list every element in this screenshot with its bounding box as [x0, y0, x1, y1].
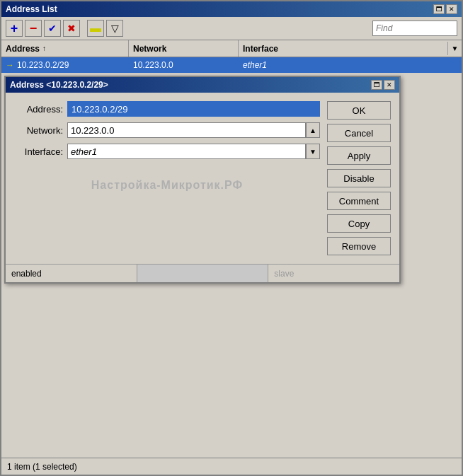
- status-bar: 1 item (1 selected): [1, 458, 462, 475]
- cell-network: 10.223.0.0: [129, 57, 239, 73]
- dialog-form: Address: Network: ▲ Interface:: [14, 101, 320, 255]
- dialog-title-bar: Address <10.223.0.2/29> 🗖 ✕: [6, 77, 399, 93]
- main-window: Address List 🗖 ✕ + − ✔ ✖ ▬ ▽ Address ↑ N…: [0, 0, 463, 476]
- table-row[interactable]: → 10.223.0.2/29 10.223.0.0 ether1: [1, 57, 462, 73]
- cross-button[interactable]: ✖: [63, 20, 80, 37]
- dialog-maximize-btn[interactable]: 🗖: [371, 80, 382, 90]
- network-label: Network:: [14, 125, 67, 136]
- note-button[interactable]: ▬: [87, 20, 104, 37]
- toolbar: + − ✔ ✖ ▬ ▽: [1, 17, 462, 40]
- interface-select-group: ether1 ▼: [67, 144, 320, 159]
- main-maximize-btn[interactable]: 🗖: [433, 4, 445, 14]
- disable-button[interactable]: Disable: [327, 169, 391, 187]
- col-header-interface[interactable]: Interface ▼: [239, 40, 462, 57]
- network-input[interactable]: [67, 122, 306, 138]
- dialog-status-bar: enabled slave: [6, 264, 399, 282]
- interface-label: Interface:: [14, 146, 67, 157]
- table-header: Address ↑ Network Interface ▼: [1, 40, 462, 57]
- network-field-row: Network: ▲: [14, 122, 320, 138]
- remove-button[interactable]: Remove: [327, 237, 391, 255]
- filter-button[interactable]: ▽: [106, 20, 123, 37]
- main-title-bar: Address List 🗖 ✕: [1, 1, 462, 17]
- main-close-btn[interactable]: ✕: [446, 4, 457, 14]
- status-text: 1 item (1 selected): [7, 462, 77, 472]
- add-button[interactable]: +: [6, 20, 23, 37]
- cancel-button[interactable]: Cancel: [327, 124, 391, 142]
- dialog-title-controls: 🗖 ✕: [371, 80, 395, 90]
- sort-arrow-address: ↑: [42, 45, 46, 52]
- find-input[interactable]: [372, 21, 457, 36]
- col-dropdown-btn[interactable]: ▼: [447, 42, 462, 55]
- status-middle: [137, 265, 269, 282]
- watermark-text: Настройка-Микротик.РФ: [14, 165, 320, 199]
- network-input-group: ▲: [67, 122, 320, 138]
- dialog-title: Address <10.223.0.2/29>: [10, 80, 108, 90]
- status-enabled: enabled: [6, 265, 137, 282]
- network-up-btn[interactable]: ▲: [306, 122, 320, 138]
- interface-select[interactable]: ether1: [67, 144, 306, 159]
- col-header-network[interactable]: Network: [129, 40, 239, 57]
- ok-button[interactable]: OK: [327, 101, 391, 120]
- address-input[interactable]: [67, 101, 320, 117]
- col-header-address[interactable]: Address ↑: [1, 40, 129, 57]
- interface-field-row: Interface: ether1 ▼: [14, 144, 320, 159]
- address-field-row: Address:: [14, 101, 320, 117]
- cell-address: → 10.223.0.2/29: [1, 57, 129, 73]
- dialog-buttons: OK Cancel Apply Disable Comment Copy Rem…: [327, 101, 391, 255]
- table-body: → 10.223.0.2/29 10.223.0.0 ether1: [1, 57, 462, 73]
- cell-interface: ether1: [239, 57, 462, 73]
- remove-button[interactable]: −: [25, 20, 42, 37]
- row-icon: →: [6, 60, 14, 70]
- address-label: Address:: [14, 104, 67, 115]
- address-dialog: Address <10.223.0.2/29> 🗖 ✕ Address:: [4, 76, 401, 284]
- check-button[interactable]: ✔: [44, 20, 61, 37]
- apply-button[interactable]: Apply: [327, 146, 391, 165]
- interface-dropdown-btn[interactable]: ▼: [306, 144, 320, 159]
- main-title-controls: 🗖 ✕: [433, 4, 457, 14]
- main-window-title: Address List: [6, 4, 57, 14]
- comment-button[interactable]: Comment: [327, 192, 391, 210]
- status-slave: slave: [268, 265, 399, 282]
- dialog-body: Address: Network: ▲ Interface:: [6, 93, 399, 264]
- copy-button[interactable]: Copy: [327, 214, 391, 233]
- dialog-close-btn[interactable]: ✕: [384, 80, 395, 90]
- content-area: Address <10.223.0.2/29> 🗖 ✕ Address:: [1, 73, 462, 458]
